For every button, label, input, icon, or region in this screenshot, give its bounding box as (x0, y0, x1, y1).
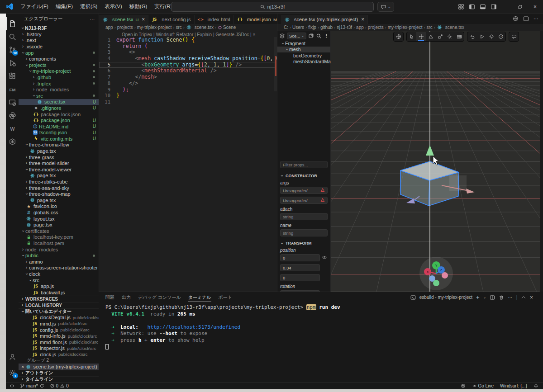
breadcrumb-item[interactable]: projects (117, 25, 133, 30)
kill-terminal-icon[interactable] (499, 295, 504, 300)
tree-item-.history[interactable]: ›.history (19, 31, 99, 38)
tree-item-src[interactable]: ›src (19, 277, 99, 283)
windsurf-status[interactable]: Windsurf: {...} (500, 383, 527, 388)
activity-python-icon[interactable] (6, 109, 19, 122)
menu-item-1[interactable]: 編集(E) (52, 2, 76, 11)
undo-tool-icon[interactable] (467, 32, 477, 41)
toggle-secondary-sidebar-icon[interactable] (491, 4, 497, 10)
link-icon[interactable] (322, 255, 328, 261)
tree-item-ammo[interactable]: ›ammo (19, 259, 99, 265)
position-x-input[interactable]: 0 (280, 254, 320, 261)
tree-item-projects[interactable]: ›projects (19, 62, 99, 68)
workspace-root-header[interactable]: › NJ13-R3F (19, 24, 99, 31)
scene-tree-meshStandardMaterial[interactable]: meshStandardMaterial (277, 59, 330, 65)
minimize-button[interactable]: — (498, 0, 513, 14)
cursor-tool-icon[interactable] (407, 32, 416, 41)
args-input-2[interactable]: Unsupported (280, 197, 328, 204)
problems-status[interactable]: 0 0 (50, 383, 69, 388)
tree-item-page.tsx[interactable]: page.tsx (19, 197, 99, 203)
tree-item-three-sea-and-sky[interactable]: ›three-sea-and-sky (19, 185, 99, 191)
menu-item-4[interactable]: 移動(G) (126, 2, 151, 11)
activity-live-preview-icon[interactable] (6, 96, 19, 109)
activity-extensions-icon[interactable] (6, 70, 19, 83)
open-editor-clock.js[interactable]: JSclock.jspublic\clock\src (19, 351, 99, 358)
more-actions-icon[interactable]: ⋯ (90, 16, 95, 22)
tab-model.json[interactable]: {}model.jsonM (234, 15, 281, 24)
notifications-bell[interactable] (533, 383, 538, 388)
tree-item-layout.tsx[interactable]: layout.tsx (19, 216, 99, 222)
tree-item-package-lock.json[interactable]: {}package-lock.json (19, 111, 99, 118)
toggle-panel-icon[interactable] (480, 4, 486, 10)
breadcrumb-item[interactable]: app (105, 25, 113, 30)
tree-item-app.js[interactable]: JSapp.js (19, 283, 99, 289)
tree-item-three-model-slider[interactable]: ›three-model-slider (19, 160, 99, 166)
maximize-panel-icon[interactable] (521, 295, 526, 300)
move-tool-icon[interactable] (416, 32, 426, 41)
new-terminal-icon[interactable]: + (476, 294, 480, 301)
close-button[interactable]: × (528, 0, 543, 14)
section-open-editors[interactable]: ›開いているエディター (19, 308, 99, 315)
open-editor-clockDegtal.js[interactable]: JSclockDegtal.jspublic\clock\src (19, 315, 99, 321)
tree-item-certificates[interactable]: ›certificates (19, 228, 99, 234)
tree-item-public[interactable]: ›public (19, 252, 99, 259)
open-editor-mmd-floor.js[interactable]: JSmmd-floor.jspublic\clock\src (19, 339, 99, 345)
copilot-button[interactable]: ⌄ (377, 2, 394, 12)
tab-scene.tsx[interactable]: scene.tsxU× (99, 15, 148, 24)
tree-item-.next[interactable]: ›.next (19, 38, 99, 44)
chat-tool-icon[interactable] (509, 32, 519, 41)
tree-item-app[interactable]: ›app (19, 50, 99, 56)
scene-tree-mesh[interactable]: ›mesh (277, 47, 330, 53)
tab-index.html[interactable]: <>index.html (195, 15, 234, 24)
activity-fm-icon[interactable]: FM (6, 83, 19, 96)
triplex-logo-icon[interactable] (513, 16, 519, 22)
scene-tree-boxGeometry[interactable]: boxGeometry (277, 52, 330, 59)
close-panel-icon[interactable]: × (530, 294, 533, 301)
section-outline[interactable]: ›アウトライン (19, 370, 99, 376)
tree-item-three-shadow-map[interactable]: ›three-shadow-map (19, 191, 99, 197)
breadcrumb-item[interactable]: Scene (218, 25, 236, 30)
breadcrumb-item[interactable]: projects (368, 25, 384, 30)
tree-item-.gitignore[interactable]: ◆.gitignoreU (19, 105, 99, 111)
breadcrumb[interactable]: app›projects›my-triplex-project›src›scen… (99, 24, 277, 31)
tree-item-vite.config.mts[interactable]: ϟvite.config.mtsU (19, 136, 99, 142)
tree-item-backwall.js[interactable]: JSbackwall.js (19, 289, 99, 296)
open-editor-config.js[interactable]: JSconfig.jspublic\clock\src (19, 327, 99, 333)
tree-item-canvas-screen-rotation-shooter[interactable]: ›canvas-screen-rotation-shooter (19, 265, 99, 271)
scene-tree-Fragment[interactable]: ›Fragment (277, 40, 330, 47)
sun-tool-icon[interactable] (445, 32, 454, 41)
activity-run-debug-icon[interactable] (6, 57, 19, 70)
breadcrumb-item[interactable]: src (426, 25, 432, 30)
tab-next.config.js[interactable]: JSnext.config.js (148, 15, 194, 24)
kebab-menu-icon[interactable]: ⋮ (323, 32, 329, 39)
panel-tab-ターミナル[interactable]: ターミナル (188, 292, 211, 302)
activity-search-icon[interactable] (6, 30, 19, 43)
tree-item-.triplex[interactable]: ›.triplex (19, 80, 99, 87)
breadcrumb-2[interactable]: C:›Users›fixjp›github›nj13-r3f›app›proje… (277, 24, 543, 31)
command-center-search[interactable]: nj13-r3f (171, 2, 374, 12)
args-input-1[interactable]: Unsupported (280, 187, 328, 194)
more-actions-icon[interactable]: ⋯ (508, 295, 512, 300)
globe-tool-icon[interactable] (394, 32, 403, 41)
scale-tool-icon[interactable] (435, 32, 445, 41)
tree-item-three-rubiks-cube[interactable]: ›three-rubiks-cube (19, 179, 99, 185)
close-icon[interactable]: × (21, 364, 24, 369)
position-z-input[interactable]: 0 (280, 274, 320, 281)
attach-input[interactable]: string (280, 213, 328, 220)
activity-explorer-icon[interactable] (6, 17, 19, 30)
tree-item-three-grass[interactable]: ›three-grass (19, 154, 99, 161)
tree-item-.github[interactable]: ›.github (19, 74, 99, 80)
tree-item-.vscode[interactable]: ›.vscode (19, 43, 99, 50)
remote-indicator[interactable] (10, 383, 14, 388)
tree-item-README.md[interactable]: iREADME.mdU (19, 123, 99, 130)
breadcrumb-item[interactable]: Users (292, 25, 304, 30)
scene-selector[interactable]: Sce... ⌄ (287, 33, 306, 39)
breadcrumb-item[interactable]: scene.tsx (437, 25, 464, 30)
breadcrumb-item[interactable]: fixjp (308, 25, 316, 30)
open-editor-active[interactable]: ×scene.tsx (my-triplex-project)app\proje… (19, 364, 99, 370)
activity-windsurf-icon[interactable]: W (6, 122, 19, 135)
breadcrumb-item[interactable]: nj13-r3f (337, 25, 352, 30)
codelens[interactable]: Open in Triplex | Windsurf: Refactor | E… (99, 31, 277, 37)
terminal-output[interactable]: PS C:\Users\fixjp\github\nj13-r3f\app\pr… (99, 302, 539, 350)
toggle-sidebar-icon[interactable] (469, 4, 475, 10)
activity-openai-icon[interactable] (6, 135, 19, 148)
